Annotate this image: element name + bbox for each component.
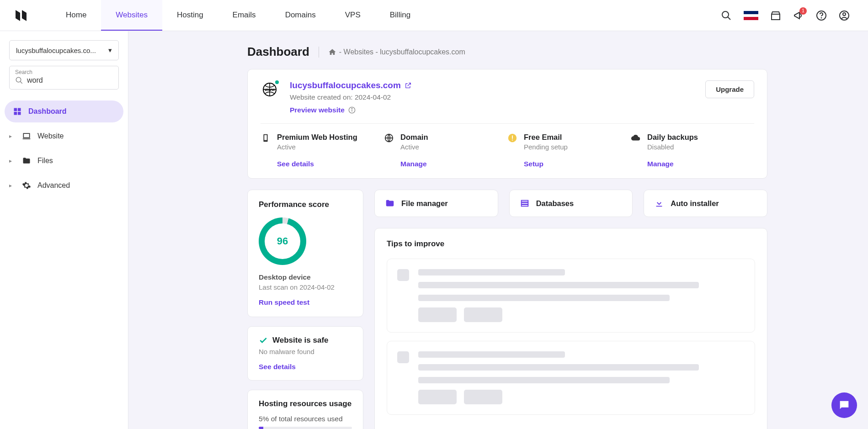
nav-emails[interactable]: Emails bbox=[218, 0, 271, 31]
nav-home[interactable]: Home bbox=[51, 0, 101, 31]
device-icon bbox=[261, 133, 271, 143]
www-icon: WWW bbox=[261, 80, 279, 99]
performance-score: 96 bbox=[265, 223, 300, 259]
store-icon[interactable] bbox=[770, 10, 781, 21]
home-icon bbox=[328, 48, 336, 56]
status-sub: Pending setup bbox=[524, 143, 568, 151]
sidebar-item-website[interactable]: ▸ Website bbox=[5, 125, 123, 147]
svg-rect-2 bbox=[772, 14, 780, 20]
tool-label: Auto installer bbox=[671, 199, 719, 208]
status-title: Daily backups bbox=[647, 133, 698, 142]
status-link[interactable]: Manage bbox=[647, 160, 698, 168]
svg-rect-29 bbox=[656, 206, 662, 207]
tool-row: File manager Databases Auto installer bbox=[374, 190, 767, 217]
skeleton-line bbox=[418, 377, 670, 383]
sidebar-item-advanced[interactable]: ▸ Advanced bbox=[5, 175, 123, 196]
status-link[interactable]: Manage bbox=[400, 160, 428, 168]
svg-text:WWW: WWW bbox=[265, 88, 275, 92]
domain-selector[interactable]: lucysbuffalocupcakes.co... ▾ bbox=[9, 40, 119, 60]
skeleton-icon bbox=[397, 269, 409, 281]
sidebar-item-dashboard[interactable]: Dashboard bbox=[5, 101, 123, 122]
nav-billing[interactable]: Billing bbox=[375, 0, 425, 31]
domain-selected-text: lucysbuffalocupcakes.co... bbox=[16, 47, 96, 54]
resources-title: Hosting resources usage bbox=[259, 399, 352, 408]
safety-title: Website is safe bbox=[272, 336, 329, 345]
laptop-icon bbox=[22, 132, 31, 141]
sidebar-item-files[interactable]: ▸ Files bbox=[5, 150, 123, 172]
search-input[interactable] bbox=[27, 76, 118, 85]
skeleton-button bbox=[418, 307, 457, 322]
status-sub: Active bbox=[277, 143, 357, 151]
account-icon[interactable] bbox=[839, 10, 850, 21]
sidebar-item-label: Advanced bbox=[37, 181, 70, 190]
brand-logo[interactable] bbox=[14, 8, 28, 23]
svg-rect-12 bbox=[18, 112, 21, 115]
site-overview-card: WWW lucysbuffalocupcakes.com Website cre… bbox=[247, 69, 767, 179]
chevron-down-icon: ▾ bbox=[108, 46, 112, 54]
svg-rect-26 bbox=[521, 201, 528, 202]
globe-icon bbox=[384, 133, 394, 143]
search-box[interactable]: Search bbox=[9, 66, 119, 90]
tool-file-manager[interactable]: File manager bbox=[374, 190, 498, 217]
nav-domains[interactable]: Domains bbox=[271, 0, 330, 31]
status-title: Free Email bbox=[524, 133, 568, 142]
performance-last-scan: Last scan on 2024-04-02 bbox=[259, 283, 352, 291]
status-email: Free Email Pending setup Setup bbox=[507, 133, 631, 168]
help-icon[interactable] bbox=[816, 10, 827, 21]
tool-auto-installer[interactable]: Auto installer bbox=[644, 190, 767, 217]
svg-point-6 bbox=[843, 13, 846, 16]
status-online-dot bbox=[274, 79, 280, 85]
svg-rect-27 bbox=[521, 202, 528, 204]
resources-bar bbox=[259, 427, 352, 429]
skeleton-line bbox=[418, 269, 565, 275]
safety-sub: No malware found bbox=[259, 348, 352, 355]
run-speed-test-link[interactable]: Run speed test bbox=[259, 298, 352, 307]
tool-databases[interactable]: Databases bbox=[509, 190, 633, 217]
main-content: Dashboard - Websites - lucysbuffalocupca… bbox=[128, 31, 868, 429]
sidebar-item-label: Files bbox=[37, 157, 53, 165]
nav-websites[interactable]: Websites bbox=[101, 0, 162, 31]
safety-link[interactable]: See details bbox=[259, 363, 352, 371]
announcement-icon[interactable]: 1 bbox=[793, 10, 804, 21]
cloud-icon bbox=[631, 133, 641, 143]
preview-website-link[interactable]: Preview website bbox=[290, 106, 412, 114]
breadcrumb-text: - Websites - lucysbuffalocupcakes.com bbox=[339, 48, 465, 56]
info-icon bbox=[348, 106, 356, 114]
warning-icon bbox=[507, 133, 517, 143]
tool-label: Databases bbox=[536, 199, 574, 208]
language-flag-uk[interactable] bbox=[744, 11, 758, 20]
status-link[interactable]: See details bbox=[277, 160, 357, 168]
status-sub: Active bbox=[400, 143, 428, 151]
svg-rect-13 bbox=[23, 133, 29, 138]
svg-rect-24 bbox=[512, 136, 513, 139]
svg-point-0 bbox=[722, 11, 729, 18]
status-hosting: Premium Web Hosting Active See details bbox=[261, 133, 384, 168]
upgrade-button[interactable]: Upgrade bbox=[705, 80, 754, 98]
svg-point-4 bbox=[821, 17, 822, 18]
chevron-right-icon: ▸ bbox=[9, 133, 16, 139]
tip-skeleton bbox=[387, 259, 755, 333]
preview-text: Preview website bbox=[290, 106, 345, 114]
chat-fab[interactable] bbox=[831, 392, 857, 418]
nav-vps[interactable]: VPS bbox=[330, 0, 375, 31]
breadcrumb-separator bbox=[319, 47, 319, 58]
svg-line-8 bbox=[20, 81, 22, 84]
status-title: Premium Web Hosting bbox=[277, 133, 357, 142]
status-link[interactable]: Setup bbox=[524, 160, 568, 168]
folder-icon bbox=[385, 198, 395, 208]
site-created-text: Website created on: 2024-04-02 bbox=[290, 93, 412, 101]
site-name-link[interactable]: lucysbuffalocupcakes.com bbox=[290, 80, 412, 90]
performance-title: Performance score bbox=[259, 200, 352, 209]
skeleton-button bbox=[464, 307, 502, 322]
nav-hosting[interactable]: Hosting bbox=[162, 0, 218, 31]
database-icon bbox=[520, 198, 530, 208]
skeleton-line bbox=[418, 295, 670, 301]
breadcrumb[interactable]: - Websites - lucysbuffalocupcakes.com bbox=[328, 48, 465, 56]
chevron-right-icon: ▸ bbox=[9, 182, 16, 189]
search-icon[interactable] bbox=[721, 10, 732, 21]
svg-rect-9 bbox=[14, 108, 17, 111]
skeleton-line bbox=[418, 351, 565, 358]
status-row: Premium Web Hosting Active See details D… bbox=[261, 123, 754, 178]
svg-point-19 bbox=[351, 108, 352, 109]
safety-card: Website is safe No malware found See det… bbox=[247, 326, 363, 381]
